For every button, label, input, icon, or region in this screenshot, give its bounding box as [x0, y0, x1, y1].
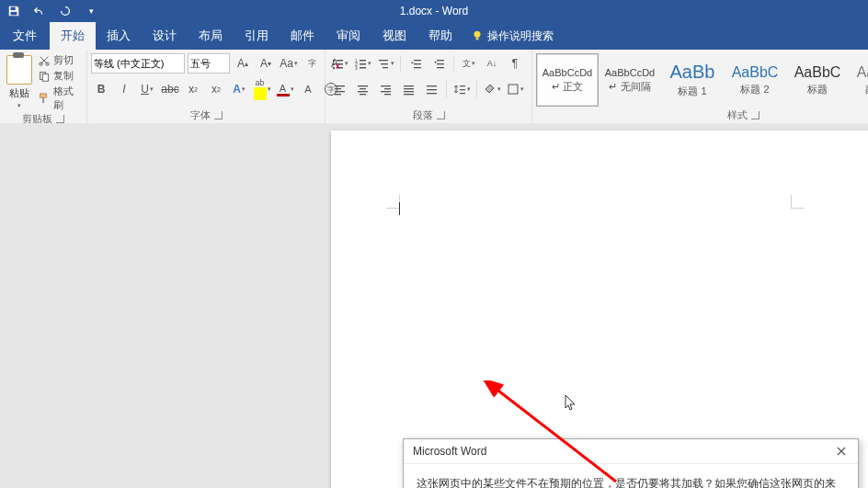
subscript-button[interactable]: x2: [183, 79, 203, 99]
show-hide-button[interactable]: ¶: [505, 53, 525, 74]
align-right-button[interactable]: [375, 79, 395, 99]
superscript-button[interactable]: x2: [206, 79, 226, 99]
numbering-button[interactable]: 123▾: [352, 53, 372, 74]
font-color-button[interactable]: A▾: [275, 79, 295, 99]
borders-button[interactable]: ▾: [505, 79, 525, 99]
dialog-titlebar: Microsoft Word: [404, 439, 858, 464]
style-heading1[interactable]: AaBb标题 1: [661, 53, 724, 107]
shrink-font-button[interactable]: A▾: [256, 53, 276, 74]
copy-label: 复制: [53, 69, 74, 83]
svg-rect-44: [404, 88, 414, 89]
tab-references[interactable]: 引用: [234, 22, 280, 50]
grow-font-button[interactable]: A▴: [233, 53, 253, 74]
tab-file[interactable]: 文件: [0, 22, 50, 50]
tab-home[interactable]: 开始: [50, 22, 96, 50]
svg-rect-26: [414, 63, 421, 64]
page[interactable]: [331, 131, 868, 488]
bold-button[interactable]: B: [91, 79, 111, 99]
svg-rect-1: [11, 12, 17, 16]
dialog-launcher-icon[interactable]: [437, 111, 445, 119]
svg-rect-30: [437, 67, 444, 68]
character-shading-button[interactable]: A: [298, 79, 318, 99]
redo-button[interactable]: [57, 3, 74, 19]
svg-rect-45: [404, 91, 414, 92]
decrease-indent-button[interactable]: [405, 53, 426, 74]
distributed-button[interactable]: [421, 79, 441, 99]
text-effects-button[interactable]: A▾: [229, 79, 249, 99]
paste-button[interactable]: 粘贴 ▾: [4, 51, 34, 109]
style-normal[interactable]: AaBbCcDd↵ 正文: [536, 53, 599, 107]
highlight-button[interactable]: ab▾: [252, 79, 272, 99]
font-size-combo[interactable]: [188, 53, 230, 74]
tab-review[interactable]: 审阅: [326, 22, 371, 50]
phonetic-guide-button[interactable]: 字: [302, 53, 322, 74]
svg-rect-53: [508, 85, 518, 94]
document-area[interactable]: Microsoft Word 这张网页中的某些文件不在预期的位置，是否仍要将其加…: [0, 123, 868, 488]
clipboard-icon: [6, 55, 32, 85]
svg-rect-35: [358, 85, 368, 86]
quick-access-toolbar: ▾: [0, 3, 105, 19]
asian-layout-button[interactable]: 文▾: [459, 53, 479, 74]
multilevel-list-button[interactable]: ▾: [375, 53, 395, 74]
svg-rect-46: [404, 94, 414, 95]
underline-button[interactable]: U▾: [137, 79, 157, 99]
dialog-close-button[interactable]: [830, 442, 852, 460]
style-no-spacing[interactable]: AaBbCcDd↵ 无间隔: [599, 53, 661, 107]
style-heading2[interactable]: AaBbC标题 2: [724, 53, 786, 107]
cut-button[interactable]: 剪切: [38, 53, 83, 67]
svg-rect-40: [384, 88, 391, 89]
svg-rect-50: [460, 85, 465, 86]
style-subtitle[interactable]: AaBbC副标题: [849, 53, 868, 107]
tab-mailings[interactable]: 邮件: [280, 22, 326, 50]
svg-rect-0: [11, 7, 16, 11]
dialog-launcher-icon[interactable]: [214, 111, 223, 119]
dialog-launcher-icon[interactable]: [751, 111, 760, 119]
justify-button[interactable]: [398, 79, 418, 99]
save-button[interactable]: [6, 3, 22, 19]
format-painter-label: 格式刷: [53, 85, 83, 112]
ribbon-tabs: 文件 开始 插入 设计 布局 引用 邮件 审阅 视图 帮助 操作说明搜索: [0, 22, 868, 50]
style-title[interactable]: AaBbC标题: [786, 53, 849, 107]
tell-me[interactable]: 操作说明搜索: [463, 22, 561, 50]
increase-indent-button[interactable]: [428, 53, 449, 74]
italic-button[interactable]: I: [114, 79, 134, 99]
svg-rect-48: [427, 89, 437, 90]
group-paragraph-label: 段落: [413, 108, 433, 122]
dialog-launcher-icon[interactable]: [56, 115, 64, 123]
shading-button[interactable]: ▾: [482, 79, 502, 99]
margin-marker-icon: [791, 195, 805, 209]
svg-rect-47: [427, 85, 437, 86]
tab-design[interactable]: 设计: [142, 22, 188, 50]
svg-rect-22: [379, 60, 388, 61]
svg-rect-27: [414, 67, 421, 68]
group-font: A▴ A▾ Aa▾ 字 A✕ B I U▾ abc x2 x2 A▾ ab▾ A…: [87, 50, 326, 123]
dialog-confirm: Microsoft Word 这张网页中的某些文件不在预期的位置，是否仍要将其加…: [403, 438, 859, 488]
tab-help[interactable]: 帮助: [417, 22, 463, 50]
copy-button[interactable]: 复制: [38, 69, 83, 83]
mouse-cursor-icon: [565, 394, 577, 411]
format-painter-button[interactable]: 格式刷: [38, 85, 83, 112]
svg-rect-24: [383, 67, 388, 68]
align-left-button[interactable]: [329, 79, 349, 99]
tell-me-label: 操作说明搜索: [487, 28, 554, 44]
strikethrough-button[interactable]: abc: [160, 79, 180, 99]
change-case-button[interactable]: Aa▾: [279, 53, 299, 74]
tab-layout[interactable]: 布局: [188, 22, 234, 50]
font-family-combo[interactable]: [91, 53, 185, 74]
qat-customize[interactable]: ▾: [83, 3, 99, 19]
tab-view[interactable]: 视图: [371, 22, 417, 50]
group-clipboard: 粘贴 ▾ 剪切 复制 格式刷 剪贴板: [0, 50, 87, 123]
tab-insert[interactable]: 插入: [96, 22, 142, 50]
svg-rect-38: [360, 94, 366, 95]
svg-rect-42: [384, 94, 391, 95]
svg-rect-36: [360, 88, 366, 89]
undo-button[interactable]: [31, 3, 48, 19]
svg-rect-41: [381, 91, 391, 92]
sort-button[interactable]: A↓: [482, 53, 502, 74]
style-gallery[interactable]: AaBbCcDd↵ 正文 AaBbCcDd↵ 无间隔 AaBb标题 1 AaBb…: [536, 51, 868, 108]
svg-rect-21: [360, 67, 366, 69]
svg-rect-33: [335, 91, 345, 92]
cut-label: 剪切: [53, 53, 74, 67]
align-center-button[interactable]: [352, 79, 372, 99]
line-spacing-button[interactable]: ▾: [451, 79, 472, 99]
